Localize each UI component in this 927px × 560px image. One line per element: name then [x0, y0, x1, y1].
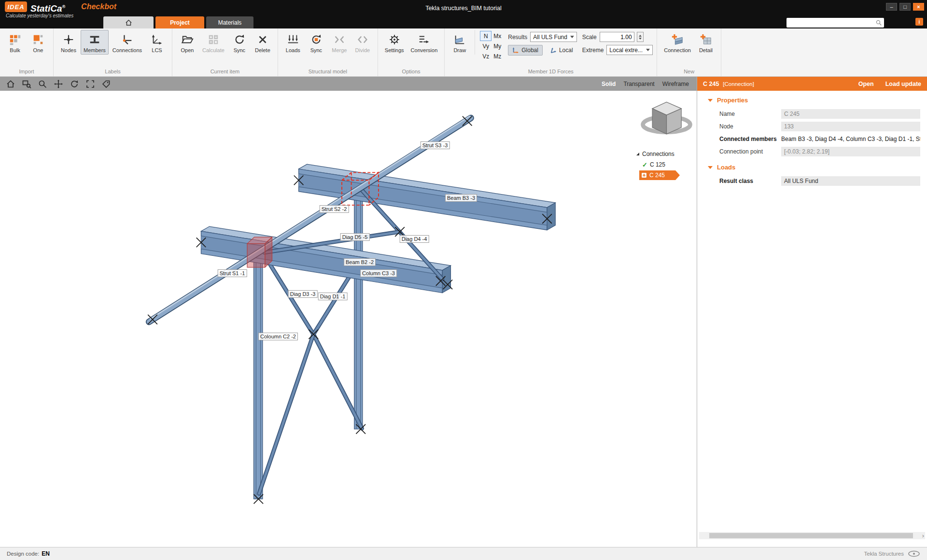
local-button[interactable]: Local	[546, 45, 577, 56]
one-button[interactable]: One	[27, 30, 49, 55]
tree-item-c245-selected[interactable]: C 245	[639, 170, 680, 180]
navigation-cube[interactable]	[643, 102, 690, 134]
pan-icon[interactable]	[53, 79, 64, 89]
conversion-icon	[417, 33, 431, 46]
status-bar: Design code: EN Tekla Structures	[0, 547, 927, 560]
mode-wireframe[interactable]: Wireframe	[662, 81, 689, 87]
collapse-icon[interactable]	[708, 166, 713, 169]
node-field[interactable]: 133	[781, 122, 920, 131]
results-dropdown[interactable]: All ULS Fund	[530, 32, 577, 42]
connected-members-value: Beam B3 -3, Diag D4 -4, Column C3 -3, Di…	[781, 136, 920, 142]
model-viewport[interactable]: Strut S3 -3Beam B3 -3Strut S2 -2Diag D5 …	[0, 91, 697, 547]
search-icon[interactable]	[875, 19, 882, 26]
lcs-button[interactable]: LCS	[146, 30, 168, 55]
force-mx-toggle[interactable]: Mx	[492, 31, 503, 41]
design-code-label: Design code:	[7, 551, 39, 557]
scale-input[interactable]	[600, 32, 634, 42]
spinner-up-icon[interactable]	[639, 35, 642, 37]
extreme-dropdown[interactable]: Local extre...	[606, 45, 653, 55]
scrollbar-thumb[interactable]	[709, 533, 913, 538]
bulk-button[interactable]: Bulk	[4, 30, 26, 55]
name-field[interactable]: C 245	[781, 109, 920, 119]
search-input[interactable]	[789, 19, 875, 27]
sync-current-button[interactable]: Sync	[228, 30, 251, 55]
loads-button[interactable]: Loads	[282, 30, 304, 55]
connection-c125-highlight-box[interactable]	[247, 237, 272, 267]
panel-body: Properties Name C 245 Node 133 Connected…	[697, 91, 927, 531]
sync-current-label: Sync	[234, 47, 245, 53]
connections-label: Connections	[112, 47, 142, 53]
home-icon	[125, 19, 133, 27]
extreme-label: Extreme	[582, 47, 604, 54]
force-vz-toggle[interactable]: Vz	[480, 51, 492, 61]
bulk-label: Bulk	[10, 47, 20, 53]
zoom-window-icon[interactable]	[21, 79, 32, 89]
column-c3[interactable]	[354, 196, 363, 429]
force-my-toggle[interactable]: My	[492, 41, 503, 51]
mode-solid[interactable]: Solid	[602, 81, 616, 87]
label-tag-icon[interactable]	[101, 79, 112, 89]
connection-point-field[interactable]: [-0.03; 2.82; 2.19]	[781, 147, 920, 156]
bulk-icon	[8, 33, 22, 46]
tekla-icon	[908, 550, 920, 557]
zoom-icon[interactable]	[37, 79, 48, 89]
new-connection-button[interactable]: Connection	[661, 30, 694, 55]
connections-button[interactable]: Connections	[110, 30, 145, 55]
force-n-toggle[interactable]: N	[480, 31, 492, 41]
force-vy-toggle[interactable]: Vy	[480, 41, 492, 51]
merge-label: Merge	[332, 47, 347, 53]
maximize-button[interactable]: □	[899, 3, 911, 11]
rotate-icon[interactable]	[69, 79, 80, 89]
open-label: Open	[181, 47, 194, 53]
group-title-options: Options	[378, 68, 444, 76]
zoom-fit-icon[interactable]	[85, 79, 96, 89]
conversion-button[interactable]: Conversion	[408, 30, 441, 55]
collapse-icon[interactable]	[708, 99, 713, 102]
view-home-icon[interactable]	[5, 79, 16, 89]
result-class-field[interactable]: All ULS Fund	[781, 176, 920, 186]
merge-button[interactable]: Merge	[328, 30, 351, 55]
nodes-button[interactable]: Nodes	[57, 30, 80, 55]
ribbon: Bulk One Import Nodes Members	[0, 28, 927, 77]
beam-b3[interactable]	[299, 164, 556, 230]
global-axes-icon	[512, 47, 519, 54]
divide-button[interactable]: Divide	[351, 30, 374, 55]
panel-open-button[interactable]: Open	[858, 81, 874, 87]
ribbon-group-structural-model: Loads Sync Merge Divide Structural model	[278, 28, 378, 76]
scrollbar-right-arrow[interactable]: ›	[922, 532, 924, 539]
global-button[interactable]: Global	[508, 45, 543, 56]
connections-tree-header[interactable]: Connections	[636, 149, 694, 159]
tab-project[interactable]: Project	[155, 16, 204, 28]
calculate-button[interactable]: Calculate	[199, 30, 227, 55]
panel-title-tag: [Connection]	[723, 81, 754, 87]
mode-transparent[interactable]: Transparent	[623, 81, 654, 87]
spinner-down-icon[interactable]	[639, 38, 642, 40]
panel-horizontal-scrollbar[interactable]: ›	[699, 532, 925, 539]
sync-structural-label: Sync	[310, 47, 322, 53]
panel-load-update-button[interactable]: Load update	[885, 81, 921, 87]
open-button[interactable]: Open	[176, 30, 198, 55]
tree-item-c125[interactable]: ✓ C 125	[642, 160, 694, 169]
tab-home[interactable]	[103, 16, 154, 28]
name-label: Name	[719, 111, 781, 117]
column-c2[interactable]	[254, 250, 263, 499]
members-button[interactable]: Members	[81, 30, 109, 55]
delete-button[interactable]: Delete	[252, 30, 274, 55]
model-3d-scene[interactable]	[0, 91, 697, 547]
close-button[interactable]: ×	[913, 3, 924, 11]
section-properties[interactable]: Properties	[697, 91, 927, 108]
force-mz-toggle[interactable]: Mz	[492, 51, 503, 61]
help-button[interactable]: i	[915, 18, 923, 26]
draw-button[interactable]: Draw	[449, 30, 471, 55]
scale-spinner[interactable]	[637, 32, 644, 42]
members-icon	[88, 33, 101, 46]
tab-materials[interactable]: Materials	[206, 16, 253, 28]
section-loads[interactable]: Loads	[697, 158, 927, 175]
tree-expand-icon[interactable]	[636, 153, 639, 155]
sync-structural-button[interactable]: Sync	[305, 30, 327, 55]
settings-button[interactable]: Settings	[382, 30, 407, 55]
new-detail-button[interactable]: Detail	[695, 30, 717, 55]
window-controls: – □ ×	[886, 3, 924, 11]
minimize-button[interactable]: –	[886, 3, 897, 11]
search-box	[787, 18, 884, 28]
